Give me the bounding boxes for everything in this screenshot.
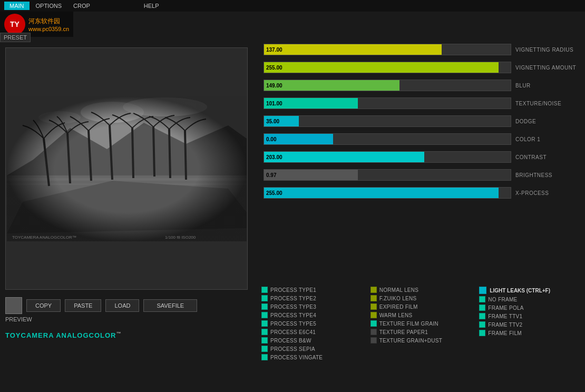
lens-option-1[interactable]: F.ZUIKO LENS bbox=[370, 295, 473, 301]
lens-option-4[interactable]: TEXTURE FILM GRAIN bbox=[370, 320, 473, 327]
process-option-0[interactable]: PROCESS TYPE1 bbox=[261, 287, 364, 293]
menu-bar: MAIN OPTIONS CROP HELP bbox=[0, 0, 585, 12]
slider-row-1: 255.00VIGNETTING AMOUNT bbox=[264, 60, 580, 75]
process-option-7[interactable]: PROCESS SEPIA bbox=[261, 346, 364, 352]
savefile-button[interactable]: SAVEFILE bbox=[143, 299, 197, 312]
slider-track-3[interactable]: 101.00 bbox=[264, 97, 511, 109]
light-leaks-checkbox[interactable] bbox=[479, 287, 486, 294]
lens-option-5[interactable]: TEXTURE PAPER1 bbox=[370, 329, 473, 335]
watermark-site-name: 河东软件园 bbox=[28, 17, 69, 26]
options-col-process: PROCESS TYPE1PROCESS TYPE2PROCESS TYPE3P… bbox=[258, 287, 367, 362]
lens-label-5: TEXTURE PAPER1 bbox=[379, 329, 428, 335]
slider-track-2[interactable]: 149.00 bbox=[264, 80, 511, 91]
frame-label-3: FRAME TTV2 bbox=[488, 322, 522, 328]
svg-text:TOYCAMERA ANALOGCOLOR™: TOYCAMERA ANALOGCOLOR™ bbox=[12, 235, 76, 240]
menu-help[interactable]: HELP bbox=[139, 2, 164, 10]
lens-option-3[interactable]: WARM LENS bbox=[370, 312, 473, 318]
checkbox-frame-4 bbox=[479, 330, 485, 336]
slider-row-2: 149.00BLUR bbox=[264, 78, 580, 93]
watermark-content: 河东软件园 www.pc0359.cn bbox=[28, 17, 69, 32]
slider-track-4[interactable]: 35.00 bbox=[264, 115, 511, 127]
slider-track-6[interactable]: 203.00 bbox=[264, 151, 511, 163]
slider-label-5: COLOR 1 bbox=[511, 136, 580, 142]
slider-fill-6: 203.00 bbox=[264, 152, 424, 162]
lens-label-6: TEXTURE GRAIN+DUST bbox=[379, 338, 443, 344]
frame-option-0[interactable]: NO FRAME bbox=[479, 296, 582, 302]
slider-row-0: 137.00VIGNETTING RADIUS bbox=[264, 42, 580, 57]
watermark-logo: TY bbox=[4, 14, 25, 35]
lens-label-3: WARM LENS bbox=[379, 312, 413, 318]
process-option-8[interactable]: PROCESS VINGATE bbox=[261, 354, 364, 360]
frame-label-2: FRAME TTV1 bbox=[488, 313, 522, 319]
checkbox-frame-2 bbox=[479, 313, 485, 319]
lens-option-6[interactable]: TEXTURE GRAIN+DUST bbox=[370, 337, 473, 344]
slider-row-7: 0.97BRIGHTNESS bbox=[264, 168, 580, 182]
checkbox-process-8 bbox=[261, 354, 268, 360]
brand-tm: ™ bbox=[116, 331, 121, 336]
frame-option-3[interactable]: FRAME TTV2 bbox=[479, 321, 582, 328]
process-label-6: PROCESS B&W bbox=[270, 338, 311, 344]
slider-row-8: 255.00X-PROCESS bbox=[264, 185, 580, 200]
checkbox-process-6 bbox=[261, 337, 268, 344]
process-option-2[interactable]: PROCESS TYPE3 bbox=[261, 303, 364, 310]
slider-label-4: DODGE bbox=[511, 119, 580, 124]
slider-track-0[interactable]: 137.00 bbox=[264, 44, 511, 55]
frame-label-1: FRAME POLA bbox=[488, 305, 523, 311]
light-leaks-label: LIGHT LEAKS (CTRL+F) bbox=[490, 288, 550, 293]
checkbox-lens-5 bbox=[370, 329, 377, 335]
slider-fill-3: 101.00 bbox=[264, 98, 358, 109]
process-label-0: PROCESS TYPE1 bbox=[270, 287, 316, 293]
checkbox-process-2 bbox=[261, 303, 268, 310]
process-option-4[interactable]: PROCESS TYPE5 bbox=[261, 320, 364, 327]
slider-row-5: 0.00COLOR 1 bbox=[264, 132, 580, 146]
lens-label-4: TEXTURE FILM GRAIN bbox=[379, 321, 438, 327]
checkbox-process-7 bbox=[261, 346, 268, 352]
menu-options[interactable]: OPTIONS bbox=[31, 2, 67, 10]
checkbox-lens-2 bbox=[370, 303, 377, 310]
checkbox-process-1 bbox=[261, 295, 268, 301]
slider-track-5[interactable]: 0.00 bbox=[264, 133, 511, 145]
options-col-frame: LIGHT LEAKS (CTRL+F)NO FRAMEFRAME POLAFR… bbox=[476, 287, 585, 362]
copy-button[interactable]: COPY bbox=[26, 299, 61, 312]
checkbox-frame-0 bbox=[479, 296, 485, 302]
slider-fill-8: 255.00 bbox=[264, 188, 499, 198]
lens-option-0[interactable]: NORMAL LENS bbox=[370, 287, 473, 293]
lens-option-2[interactable]: EXPIRED FILM bbox=[370, 303, 473, 310]
menu-crop[interactable]: CROP bbox=[68, 2, 95, 10]
preset-bar[interactable]: PRESET bbox=[0, 33, 31, 42]
options-col-lens: NORMAL LENSF.ZUIKO LENSEXPIRED FILMWARM … bbox=[367, 287, 476, 362]
slider-fill-4: 35.00 bbox=[264, 116, 299, 126]
frame-option-1[interactable]: FRAME POLA bbox=[479, 305, 582, 311]
process-option-3[interactable]: PROCESS TYPE4 bbox=[261, 312, 364, 318]
frame-option-2[interactable]: FRAME TTV1 bbox=[479, 313, 582, 319]
slider-track-8[interactable]: 255.00 bbox=[264, 187, 511, 199]
slider-label-1: VIGNETTING AMOUNT bbox=[511, 65, 580, 71]
slider-fill-0: 137.00 bbox=[264, 44, 442, 55]
process-label-3: PROCESS TYPE4 bbox=[270, 312, 316, 318]
process-option-5[interactable]: PROCESS E6C41 bbox=[261, 329, 364, 335]
process-label-8: PROCESS VINGATE bbox=[270, 355, 323, 360]
checkbox-process-0 bbox=[261, 287, 268, 293]
slider-track-7[interactable]: 0.97 bbox=[264, 169, 511, 181]
svg-text:1/100 f8 ISO200: 1/100 f8 ISO200 bbox=[165, 235, 196, 240]
process-option-1[interactable]: PROCESS TYPE2 bbox=[261, 295, 364, 301]
frame-label-4: FRAME FILM bbox=[488, 330, 522, 336]
slider-fill-7: 0.97 bbox=[264, 170, 358, 180]
menu-main[interactable]: MAIN bbox=[4, 2, 30, 10]
slider-track-1[interactable]: 255.00 bbox=[264, 62, 511, 73]
process-label-1: PROCESS TYPE2 bbox=[270, 296, 316, 301]
slider-label-6: CONTRAST bbox=[511, 154, 580, 160]
frame-option-4[interactable]: FRAME FILM bbox=[479, 330, 582, 336]
preview-label: PREVIEW bbox=[5, 316, 253, 322]
checkbox-process-3 bbox=[261, 312, 268, 318]
watermark-url: www.pc0359.cn bbox=[28, 26, 69, 32]
load-button[interactable]: LOAD bbox=[105, 299, 139, 312]
slider-fill-2: 149.00 bbox=[264, 80, 399, 91]
process-option-6[interactable]: PROCESS B&W bbox=[261, 337, 364, 344]
slider-row-4: 35.00DODGE bbox=[264, 114, 580, 129]
process-label-5: PROCESS E6C41 bbox=[270, 329, 316, 335]
paste-button[interactable]: PASTE bbox=[65, 299, 101, 312]
preview-swatch bbox=[5, 297, 22, 314]
slider-row-3: 101.00TEXTURE/NOISE bbox=[264, 96, 580, 111]
lens-label-0: NORMAL LENS bbox=[379, 287, 419, 293]
